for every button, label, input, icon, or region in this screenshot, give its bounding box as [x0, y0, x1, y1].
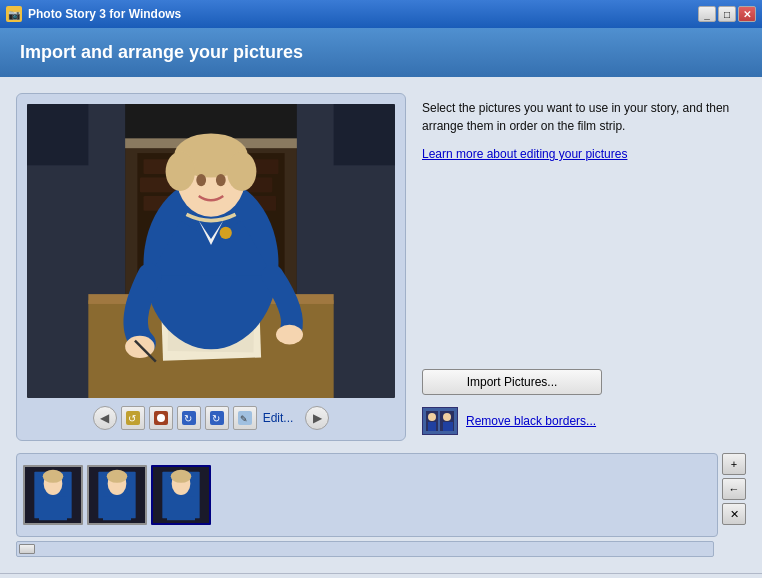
svg-point-33: [157, 414, 165, 422]
close-button[interactable]: ✕: [738, 6, 756, 22]
svg-point-60: [171, 470, 192, 483]
svg-rect-43: [428, 422, 436, 431]
learn-more-link[interactable]: Learn more about editing your pictures: [422, 147, 746, 161]
filmstrip-scroll-area: [16, 541, 746, 557]
window-title: Photo Story 3 for Windows: [28, 7, 181, 21]
svg-point-45: [443, 413, 451, 421]
content-area: ◀ ↺: [0, 77, 762, 573]
filmstrip-scrollbar[interactable]: [16, 541, 714, 557]
window-controls: _ □ ✕: [698, 6, 756, 22]
svg-rect-29: [334, 104, 395, 165]
filmstrip-thumb-2[interactable]: [87, 465, 147, 525]
svg-text:↻: ↻: [212, 413, 220, 424]
filmstrip-section: + ← ✕: [16, 453, 746, 537]
page-header: Import and arrange your pictures: [0, 28, 762, 77]
preview-panel: ◀ ↺: [16, 93, 406, 441]
filmstrip-side-buttons: + ← ✕: [722, 453, 746, 537]
svg-point-27: [220, 227, 232, 239]
minimize-button[interactable]: _: [698, 6, 716, 22]
svg-point-42: [428, 413, 436, 421]
svg-point-22: [216, 174, 226, 186]
filmstrip-thumb-1[interactable]: [23, 465, 83, 525]
svg-point-19: [166, 152, 195, 191]
page-title: Import and arrange your pictures: [20, 42, 303, 62]
svg-rect-61: [167, 497, 195, 520]
remove-black-borders-link[interactable]: Remove black borders...: [466, 414, 596, 428]
edit-button-icon[interactable]: ✎: [233, 406, 257, 430]
preview-svg: [27, 104, 395, 398]
filmstrip-thumb-3[interactable]: [151, 465, 211, 525]
edit-link[interactable]: Edit...: [263, 411, 294, 425]
remove-borders-icon: [422, 407, 458, 435]
svg-point-21: [196, 174, 206, 186]
brightness-button[interactable]: [149, 406, 173, 430]
redo-button[interactable]: ↻: [205, 406, 229, 430]
import-pictures-button[interactable]: Import Pictures...: [422, 369, 602, 395]
svg-text:✎: ✎: [240, 414, 248, 424]
svg-rect-56: [103, 497, 131, 520]
svg-point-50: [43, 470, 64, 483]
app-icon: 📷: [6, 6, 22, 22]
rotate-left-button[interactable]: ↺: [121, 406, 145, 430]
add-picture-button[interactable]: +: [722, 453, 746, 475]
svg-point-20: [227, 152, 256, 191]
right-actions: Import Pictures...: [422, 369, 746, 435]
delete-picture-button[interactable]: ✕: [722, 503, 746, 525]
svg-rect-28: [27, 104, 88, 165]
svg-point-26: [276, 325, 303, 345]
main-preview-image: [27, 104, 395, 398]
next-image-button[interactable]: ▶: [305, 406, 329, 430]
rotate-right-button[interactable]: ↻: [177, 406, 201, 430]
main-window: Import and arrange your pictures: [0, 28, 762, 578]
svg-text:↻: ↻: [184, 413, 192, 424]
right-panel: Select the pictures you want to use in y…: [422, 93, 746, 441]
svg-rect-51: [39, 497, 67, 520]
description-text: Select the pictures you want to use in y…: [422, 99, 746, 135]
prev-image-button[interactable]: ◀: [93, 406, 117, 430]
image-toolbar: ◀ ↺: [27, 406, 395, 430]
svg-point-55: [107, 470, 128, 483]
remove-borders-row: Remove black borders...: [422, 407, 746, 435]
svg-rect-46: [443, 422, 453, 431]
filmstrip-container: [16, 453, 718, 537]
maximize-button[interactable]: □: [718, 6, 736, 22]
bottom-bar: Help Save Project... < Back Next > Cance…: [0, 573, 762, 578]
content-row: ◀ ↺: [16, 93, 746, 441]
svg-text:↺: ↺: [128, 413, 136, 424]
move-back-button[interactable]: ←: [722, 478, 746, 500]
title-bar: 📷 Photo Story 3 for Windows _ □ ✕: [0, 0, 762, 28]
